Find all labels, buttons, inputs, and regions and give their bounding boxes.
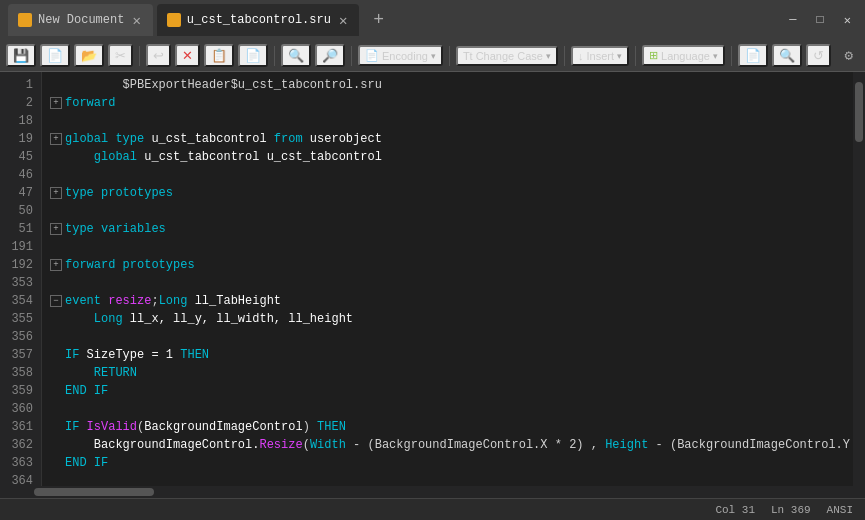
sep-4 — [449, 46, 450, 66]
tab-sru-close[interactable]: ✕ — [337, 12, 349, 29]
code-editor[interactable]: $PBExportHeader$u_cst_tabcontrol.sru+for… — [42, 72, 853, 486]
encoding-dropdown[interactable]: 📄 Encoding ▾ — [358, 45, 443, 66]
code-token: BackgroundImageControl. — [94, 436, 260, 454]
sep-3 — [351, 46, 352, 66]
code-token: Long — [94, 310, 130, 328]
tab-new-document[interactable]: New Document ✕ — [8, 4, 153, 36]
language-label: Language — [661, 50, 710, 62]
code-line — [50, 328, 845, 346]
find-btn[interactable]: 🔍 — [281, 44, 311, 67]
line-number: 1 — [8, 76, 33, 94]
code-token: ll_TabHeight — [195, 292, 281, 310]
fold-expand-btn[interactable]: + — [50, 259, 62, 271]
language-arrow: ▾ — [713, 51, 718, 61]
code-token: END IF — [65, 382, 108, 400]
code-token: IF — [65, 346, 87, 364]
refresh-btn[interactable]: ↺ — [806, 44, 831, 67]
line-number: 19 — [8, 130, 33, 148]
line-number: 191 — [8, 238, 33, 256]
line-number: 356 — [8, 328, 33, 346]
maximize-button[interactable]: □ — [811, 11, 830, 30]
vertical-scrollbar[interactable] — [853, 72, 865, 486]
code-line: END IF — [50, 382, 845, 400]
code-token: RETURN — [94, 364, 137, 382]
line-number: 355 — [8, 310, 33, 328]
code-line: −event resize;Long ll_TabHeight — [50, 292, 845, 310]
close-button[interactable]: ✕ — [838, 11, 857, 30]
code-token: BackgroundImageControl — [144, 418, 302, 436]
indent-space — [65, 148, 94, 166]
code-line: BackgroundImageControl.Resize(Width - (B… — [50, 436, 845, 454]
code-line: $PBExportHeader$u_cst_tabcontrol.sru — [50, 76, 845, 94]
code-line: +forward — [50, 94, 845, 112]
change-case-dropdown[interactable]: Tt Change Case ▾ — [456, 46, 558, 66]
code-token: Long — [159, 292, 195, 310]
sep-5 — [564, 46, 565, 66]
code-token: IF — [65, 418, 87, 436]
copy-btn[interactable]: 📋 — [204, 44, 234, 67]
line-number: 2 — [8, 94, 33, 112]
code-token: global type — [65, 130, 151, 148]
open-btn[interactable]: 📂 — [74, 44, 104, 67]
code-line: Long ll_x, ll_y, ll_width, ll_height — [50, 310, 845, 328]
toolbar: 💾 📄 📂 ✂ ↩ ✕ 📋 📄 🔍 🔎 📄 Encoding ▾ Tt Chan… — [0, 40, 865, 72]
replace-btn[interactable]: 🔎 — [315, 44, 345, 67]
code-token: Height — [605, 436, 648, 454]
code-token: ; — [151, 292, 158, 310]
line-number: 354 — [8, 292, 33, 310]
change-case-label: Change Case — [476, 50, 543, 62]
code-line: IF IsValid(BackgroundImageControl) THEN — [50, 418, 845, 436]
code-line: +forward prototypes — [50, 256, 845, 274]
window-controls: — □ ✕ — [783, 11, 857, 30]
code-token: type prototypes — [65, 184, 173, 202]
bottom-bar: Col 31 Ln 369 ANSI — [0, 486, 865, 520]
undo-btn[interactable]: ↩ — [146, 44, 171, 67]
indent-space — [65, 436, 94, 454]
minimize-button[interactable]: — — [783, 11, 802, 30]
horizontal-scrollbar-thumb[interactable] — [34, 488, 154, 496]
tab-new-document-close[interactable]: ✕ — [130, 12, 142, 29]
fold-expand-btn[interactable]: + — [50, 97, 62, 109]
line-number: 47 — [8, 184, 33, 202]
code-line — [50, 400, 845, 418]
doc-icon — [18, 13, 32, 27]
line-number: 362 — [8, 436, 33, 454]
fold-expand-btn[interactable]: + — [50, 187, 62, 199]
code-token: END IF — [65, 454, 108, 472]
fold-collapse-btn[interactable]: − — [50, 295, 62, 307]
vertical-scrollbar-thumb[interactable] — [855, 82, 863, 142]
code-line — [50, 274, 845, 292]
tab-sru[interactable]: u_cst_tabcontrol.sru ✕ — [157, 4, 359, 36]
language-dropdown[interactable]: ⊞ Language ▾ — [642, 45, 725, 66]
code-token: $PBExportHeader$u_cst_tabcontrol.sru — [65, 76, 382, 94]
code-line: IF SizeType = 1 THEN — [50, 346, 845, 364]
code-token: from — [274, 130, 310, 148]
fold-expand-btn[interactable]: + — [50, 223, 62, 235]
indent-space — [65, 364, 94, 382]
code-token: ( — [137, 418, 144, 436]
change-case-arrow: ▾ — [546, 51, 551, 61]
status-bar: Col 31 Ln 369 ANSI — [0, 498, 865, 520]
code-line — [50, 202, 845, 220]
cut-btn[interactable]: ✂ — [108, 44, 133, 67]
search2-btn[interactable]: 🔍 — [772, 44, 802, 67]
indent-space — [65, 310, 94, 328]
doc2-btn[interactable]: 📄 — [738, 44, 768, 67]
insert-dropdown[interactable]: ↓ Insert ▾ — [571, 46, 629, 66]
code-token: forward — [65, 94, 115, 112]
gear-icon[interactable]: ⚙ — [839, 45, 859, 66]
code-token: Width — [310, 436, 346, 454]
code-line — [50, 112, 845, 130]
paste-btn[interactable]: 📄 — [238, 44, 268, 67]
new-btn[interactable]: 📄 — [40, 44, 70, 67]
delete-btn[interactable]: ✕ — [175, 44, 200, 67]
line-number: 359 — [8, 382, 33, 400]
save-btn[interactable]: 💾 — [6, 44, 36, 67]
encoding-arrow: ▾ — [431, 51, 436, 61]
fold-expand-btn[interactable]: + — [50, 133, 62, 145]
line-number: 364 — [8, 472, 33, 486]
code-line: +type variables — [50, 220, 845, 238]
add-tab-button[interactable]: + — [367, 10, 390, 30]
horizontal-scrollbar[interactable] — [0, 486, 865, 498]
line-number: 50 — [8, 202, 33, 220]
